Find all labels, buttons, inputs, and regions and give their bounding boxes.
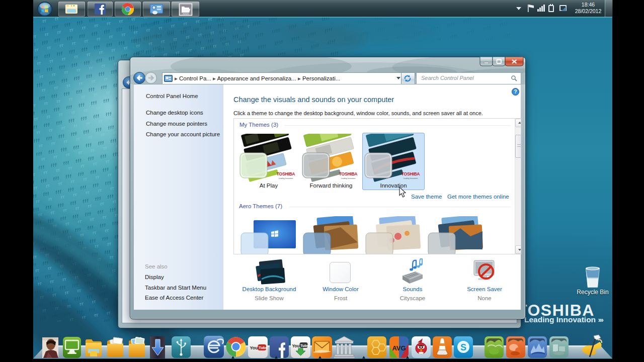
- svg-text:You: You: [292, 344, 300, 348]
- svg-text:You: You: [250, 345, 258, 350]
- svg-text:Leading Innovation: Leading Innovation: [341, 177, 356, 179]
- svg-text:AVG: AVG: [392, 344, 406, 352]
- svg-text:S: S: [460, 342, 466, 352]
- svg-text:Leading Innovation: Leading Innovation: [404, 177, 418, 179]
- svg-text:TOSHIBA: TOSHIBA: [339, 171, 358, 176]
- svg-text:TOSHIBA: TOSHIBA: [401, 171, 420, 176]
- svg-text:TOSHIBA: TOSHIBA: [277, 171, 295, 176]
- svg-text:?: ?: [514, 89, 517, 95]
- svg-text:Tube: Tube: [300, 343, 309, 348]
- svg-text:Tube: Tube: [259, 345, 268, 350]
- svg-text:Leading Innovation: Leading Innovation: [279, 177, 293, 179]
